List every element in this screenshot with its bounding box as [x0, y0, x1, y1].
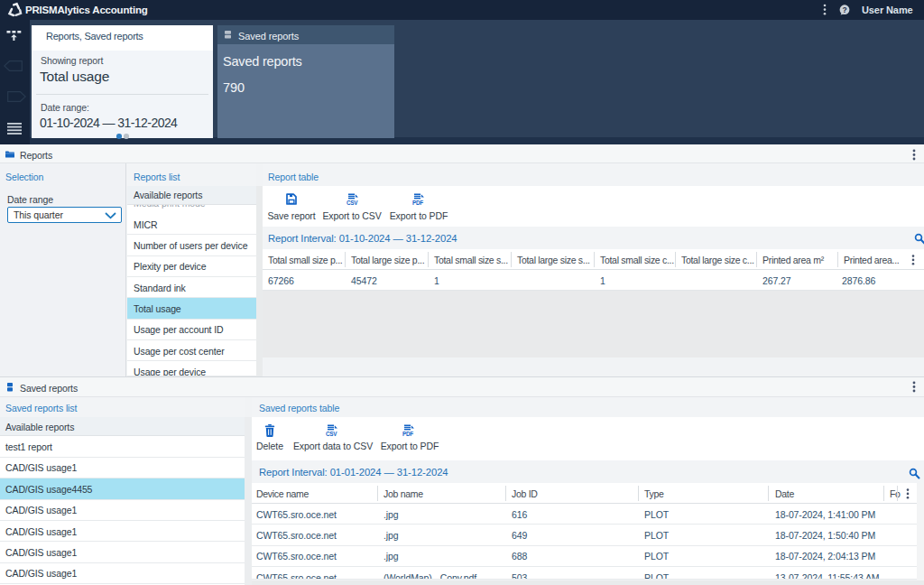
svg-text:PDF: PDF	[412, 200, 423, 206]
svg-text:CSV: CSV	[326, 431, 337, 437]
svg-text:CSV: CSV	[346, 200, 358, 206]
svg-text:PDF: PDF	[402, 431, 413, 437]
svg-text:?: ?	[842, 5, 846, 14]
